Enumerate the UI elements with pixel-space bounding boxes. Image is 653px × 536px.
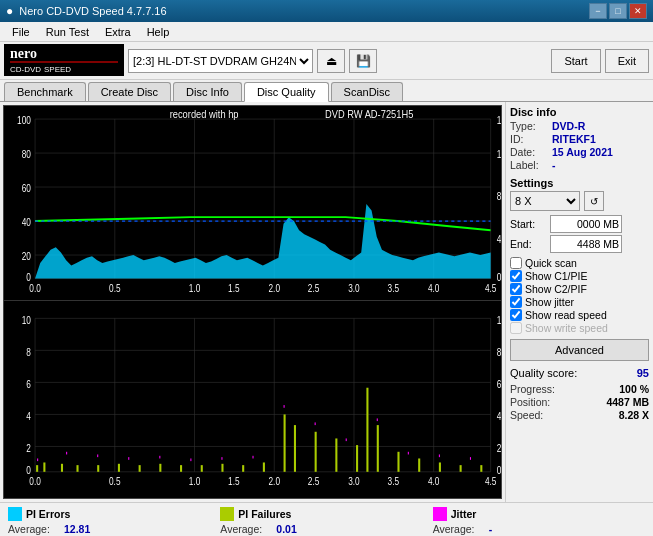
- cb-write-speed-input: [510, 322, 522, 334]
- svg-text:1.5: 1.5: [228, 282, 240, 294]
- svg-rect-117: [439, 454, 440, 457]
- bottom-chart-svg: 10 8 6 4 2 0 10 8 6 4 2 0 0.0 0.5 1.0 1.…: [4, 305, 501, 499]
- speed-label-prog: Speed:: [510, 409, 543, 421]
- advanced-button[interactable]: Advanced: [510, 339, 649, 361]
- svg-text:2: 2: [26, 441, 31, 453]
- pi-errors-color: [8, 507, 22, 521]
- svg-text:4: 4: [497, 233, 501, 245]
- svg-text:recorded with hp: recorded with hp: [170, 107, 239, 120]
- tab-benchmark[interactable]: Benchmark: [4, 82, 86, 101]
- svg-text:DVD RW AD-7251H5: DVD RW AD-7251H5: [325, 107, 413, 120]
- svg-text:12: 12: [497, 148, 501, 160]
- bottom-stats: PI Errors Average: 12.81 Maximum: 69 Tot…: [0, 502, 653, 536]
- pi-failures-header: PI Failures: [220, 507, 432, 521]
- svg-text:6: 6: [26, 377, 31, 389]
- quality-score-value: 95: [637, 367, 649, 379]
- end-row: End:: [510, 235, 649, 253]
- svg-rect-83: [97, 465, 99, 472]
- minimize-button[interactable]: −: [589, 3, 607, 19]
- svg-text:nero: nero: [10, 46, 37, 61]
- svg-rect-102: [460, 465, 462, 472]
- svg-rect-84: [118, 463, 120, 471]
- nero-logo: nero CD-DVD SPEED: [4, 44, 124, 78]
- progress-value: 100 %: [619, 383, 649, 395]
- svg-rect-112: [284, 405, 285, 408]
- svg-text:CD-DVD: CD-DVD: [10, 65, 41, 74]
- svg-text:2.0: 2.0: [268, 282, 280, 294]
- start-input[interactable]: [550, 215, 622, 233]
- exit-button[interactable]: Exit: [605, 49, 649, 73]
- cb-c1pie-input[interactable]: [510, 270, 522, 282]
- info-value-date: 15 Aug 2021: [552, 146, 613, 158]
- info-label-type: Type:: [510, 120, 552, 132]
- title-bar-left: ● Nero CD-DVD Speed 4.7.7.16: [6, 4, 167, 18]
- speed-select[interactable]: 8 X Maximum 2 X 4 X 16 X: [510, 191, 580, 211]
- tab-disc-info[interactable]: Disc Info: [173, 82, 242, 101]
- svg-text:100: 100: [17, 114, 31, 126]
- top-chart: 100 80 60 40 20 0 16 12 8 4 0 0.0 0.5 1.…: [4, 106, 501, 301]
- menu-run-test[interactable]: Run Test: [38, 24, 97, 40]
- svg-text:20: 20: [22, 250, 31, 262]
- svg-rect-107: [128, 457, 129, 460]
- svg-text:4.5: 4.5: [485, 282, 497, 294]
- svg-text:4.0: 4.0: [428, 282, 440, 294]
- svg-text:1.0: 1.0: [189, 475, 201, 487]
- pi-failures-avg-row: Average: 0.01: [220, 523, 432, 535]
- start-button[interactable]: Start: [551, 49, 600, 73]
- svg-rect-90: [242, 465, 244, 472]
- start-label: Start:: [510, 218, 546, 230]
- jitter-color: [433, 507, 447, 521]
- app-title: Nero CD-DVD Speed 4.7.7.16: [19, 5, 166, 17]
- svg-rect-103: [480, 465, 482, 472]
- title-bar-controls: − □ ✕: [589, 3, 647, 19]
- tab-create-disc[interactable]: Create Disc: [88, 82, 171, 101]
- svg-rect-89: [221, 463, 223, 471]
- close-button[interactable]: ✕: [629, 3, 647, 19]
- maximize-button[interactable]: □: [609, 3, 627, 19]
- cb-read-speed-input[interactable]: [510, 309, 522, 321]
- jitter-avg-label: Average:: [433, 523, 489, 535]
- svg-rect-93: [294, 425, 296, 472]
- end-input[interactable]: [550, 235, 622, 253]
- speed-refresh-button[interactable]: ↺: [584, 191, 604, 211]
- svg-text:0: 0: [497, 464, 501, 476]
- svg-rect-82: [76, 465, 78, 472]
- svg-rect-85: [139, 465, 141, 472]
- end-label: End:: [510, 238, 546, 250]
- svg-rect-98: [377, 425, 379, 472]
- svg-rect-97: [366, 387, 368, 471]
- menu-help[interactable]: Help: [139, 24, 178, 40]
- pi-errors-header: PI Errors: [8, 507, 220, 521]
- svg-rect-91: [263, 462, 265, 471]
- right-panel: Disc info Type: DVD-R ID: RITEKF1 Date: …: [505, 102, 653, 502]
- svg-text:2: 2: [497, 441, 501, 453]
- drive-select[interactable]: [2:3] HL-DT-ST DVDRAM GH24NSD0 LH00: [128, 49, 313, 73]
- cb-jitter: Show jitter: [510, 296, 649, 308]
- menu-file[interactable]: File: [4, 24, 38, 40]
- svg-text:4.5: 4.5: [485, 475, 497, 487]
- info-label-id: ID:: [510, 133, 552, 145]
- eject-button[interactable]: ⏏: [317, 49, 345, 73]
- svg-rect-101: [439, 462, 441, 471]
- svg-rect-104: [37, 458, 38, 461]
- svg-rect-95: [335, 438, 337, 471]
- svg-text:4: 4: [497, 409, 501, 421]
- cb-read-speed: Show read speed: [510, 309, 649, 321]
- cb-quick-scan-input[interactable]: [510, 257, 522, 269]
- svg-text:1.0: 1.0: [189, 282, 201, 294]
- svg-text:8: 8: [497, 345, 501, 357]
- svg-text:2.5: 2.5: [308, 475, 320, 487]
- cb-c1pie: Show C1/PIE: [510, 270, 649, 282]
- cb-c2pif: Show C2/PIF: [510, 283, 649, 295]
- svg-rect-113: [315, 422, 316, 425]
- cb-jitter-input[interactable]: [510, 296, 522, 308]
- save-button[interactable]: 💾: [349, 49, 377, 73]
- cb-c2pif-input[interactable]: [510, 283, 522, 295]
- tab-disc-quality[interactable]: Disc Quality: [244, 82, 329, 102]
- info-label-label: Label:: [510, 159, 552, 171]
- svg-text:0.5: 0.5: [109, 282, 121, 294]
- menu-extra[interactable]: Extra: [97, 24, 139, 40]
- svg-text:8: 8: [497, 190, 501, 202]
- svg-rect-99: [397, 451, 399, 471]
- tab-scandisc[interactable]: ScanDisc: [331, 82, 403, 101]
